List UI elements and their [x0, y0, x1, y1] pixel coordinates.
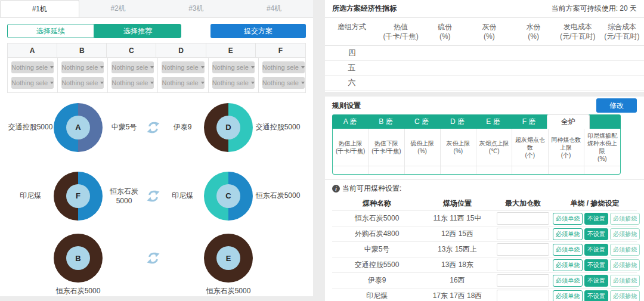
col-unit: (%) [512, 32, 554, 41]
not-set-badge[interactable]: 不设置 [584, 244, 608, 256]
dropdown-label: Nothing sele [11, 79, 48, 86]
coal-select-dropdown[interactable]: Nothing sele [262, 77, 305, 89]
coal-select-dropdown[interactable]: Nothing sele [11, 77, 54, 89]
must-blend-burn-badge[interactable]: 必须掺烧 [610, 244, 640, 256]
not-set-badge[interactable]: 不设置 [584, 228, 608, 240]
mill-cell-e: Nothing sele Nothing sele [209, 58, 259, 92]
chevron-down-icon [50, 66, 54, 69]
mill-col-b: B [57, 44, 107, 58]
coal-select-dropdown[interactable]: Nothing sele [262, 61, 305, 73]
economics-row: 四 [325, 46, 644, 61]
blend-left-label: 伊泰9 [161, 122, 204, 132]
coal-select-dropdown[interactable]: Nothing sele [61, 61, 104, 73]
not-set-badge[interactable]: 不设置 [584, 213, 608, 225]
choose-continue-button[interactable]: 选择延续 [7, 24, 94, 38]
blend-left-label: 印尼煤 [7, 191, 54, 201]
swap-icon[interactable] [145, 120, 161, 135]
chevron-down-icon [100, 82, 104, 84]
max-bins-input[interactable] [497, 274, 549, 287]
tab-mill-b[interactable]: B 磨 [368, 114, 404, 129]
coal-select-dropdown[interactable]: Nothing sele [11, 61, 54, 73]
max-bins-input[interactable] [497, 212, 549, 225]
tab-mill-d[interactable]: D 磨 [439, 114, 475, 129]
mill-col-d: D [156, 44, 206, 58]
blend-bottom-label: 恒东石炭5000 [56, 286, 101, 296]
max-bins-input[interactable] [497, 243, 549, 256]
coal-row: 印尼煤 17东 17西 18西 必须单烧 不设置 必须掺烧 [332, 288, 637, 301]
col-ash-melting-upper: 灰熔点上限(℃) [476, 129, 512, 166]
mill-mode-value: 四 [325, 48, 379, 58]
col-over-melting-bins: 超灰熔点仓数(个) [512, 129, 548, 166]
max-bins-input[interactable] [497, 259, 549, 271]
not-set-badge[interactable]: 不设置 [584, 259, 608, 271]
mill-letter: D [216, 116, 240, 139]
col-heat-lower: 热值下限(千卡/千焦) [369, 129, 404, 166]
dropdown-label: Nothing sele [112, 64, 148, 71]
coal-select-dropdown[interactable]: Nothing sele [112, 61, 154, 73]
tab-mill-c[interactable]: C 磨 [404, 114, 439, 129]
tab-unit-2[interactable]: #2机 [79, 0, 157, 17]
max-bins-input[interactable] [497, 290, 549, 301]
must-single-burn-badge[interactable]: 必须单烧 [553, 244, 583, 256]
mill-e-donut-chart: E [204, 234, 253, 283]
dropdown-label: Nothing sele [212, 79, 249, 86]
tab-mill-a[interactable]: A 磨 [332, 114, 368, 129]
available-coal-title: 当前可用煤种设置: [342, 184, 401, 194]
blend-right-label: 交通控股5000 [253, 122, 303, 132]
economic-indicators-panel: 所选方案经济性指标 当前方案可持续使用: 20 天 磨组方式 热值(千卡/千焦)… [325, 0, 644, 92]
tab-mill-e[interactable]: E 磨 [475, 114, 511, 129]
max-bins-input[interactable] [497, 228, 549, 240]
must-blend-burn-badge[interactable]: 必须掺烧 [610, 228, 640, 240]
must-blend-burn-badge[interactable]: 必须掺烧 [610, 259, 640, 271]
swap-icon[interactable] [145, 188, 161, 204]
tab-whole-furnace[interactable]: 全炉 [547, 114, 590, 129]
coal-select-dropdown[interactable]: Nothing sele [212, 77, 255, 89]
mill-mode-value: 六 [325, 77, 379, 88]
mill-col-a: A [8, 44, 57, 58]
coal-name: 交通控股5500 [332, 260, 422, 270]
coal-select-dropdown[interactable]: Nothing sele [112, 77, 154, 89]
col-burn-setting: 单烧 / 掺烧设定 [553, 198, 637, 209]
dropdown-label: Nothing sele [212, 64, 249, 71]
not-set-badge[interactable]: 不设置 [584, 275, 608, 287]
mill-selection-table: A B C D E F Nothing sele Nothing sele No… [7, 43, 306, 93]
choose-recommend-button[interactable]: 选择推荐 [94, 24, 181, 38]
col-coal-location: 煤场位置 [422, 198, 493, 209]
mill-cell-f: Nothing sele Nothing sele [259, 58, 308, 92]
submit-plan-button[interactable]: 提交方案 [210, 24, 306, 38]
must-blend-burn-badge[interactable]: 必须掺烧 [610, 290, 640, 301]
blend-right-label: 中蒙5号 [103, 122, 145, 132]
chevron-down-icon [201, 82, 205, 84]
must-single-burn-badge[interactable]: 必须单烧 [553, 290, 583, 301]
must-single-burn-badge[interactable]: 必须单烧 [553, 275, 583, 287]
must-blend-burn-badge[interactable]: 必须掺烧 [610, 275, 640, 287]
mill-cell-d: Nothing sele Nothing sele [158, 58, 208, 92]
tab-unit-4[interactable]: #4机 [235, 0, 313, 17]
modify-button[interactable]: 修改 [596, 98, 637, 113]
tab-mill-f[interactable]: F 磨 [511, 114, 547, 129]
col-comprehensive-cost: 综合成本 [601, 22, 643, 32]
tab-unit-3[interactable]: #3机 [157, 0, 236, 17]
coal-select-dropdown[interactable]: Nothing sele [162, 77, 204, 89]
swap-icon[interactable] [145, 250, 161, 266]
coal-name: 外购石炭4800 [332, 229, 422, 239]
tab-unit-1[interactable]: #1机 [0, 0, 79, 17]
blend-bottom-label: 恒东石炭5000 [206, 286, 251, 296]
coal-select-dropdown[interactable]: Nothing sele [212, 61, 255, 73]
must-blend-burn-badge[interactable]: 必须掺烧 [610, 213, 640, 225]
chevron-down-icon [301, 82, 305, 84]
must-single-burn-badge[interactable]: 必须单烧 [553, 259, 583, 271]
mill-cell-c: Nothing sele Nothing sele [108, 58, 158, 92]
rule-table-empty-row [333, 166, 620, 174]
must-single-burn-badge[interactable]: 必须单烧 [553, 228, 583, 240]
coal-table-header: 煤种名称 煤场位置 最大加仓数 单烧 / 掺烧设定 [332, 196, 637, 210]
col-ash-upper: 灰份上限(%) [441, 129, 476, 166]
coal-name: 伊泰9 [332, 275, 422, 286]
must-single-burn-badge[interactable]: 必须单烧 [553, 213, 583, 225]
coal-select-dropdown[interactable]: Nothing sele [61, 77, 104, 89]
not-set-badge[interactable]: 不设置 [584, 290, 608, 301]
coal-location: 16西 [422, 275, 493, 286]
blend-left-label: 交通控股5000 [7, 122, 54, 132]
info-icon: i [332, 185, 340, 193]
coal-select-dropdown[interactable]: Nothing sele [162, 61, 204, 73]
